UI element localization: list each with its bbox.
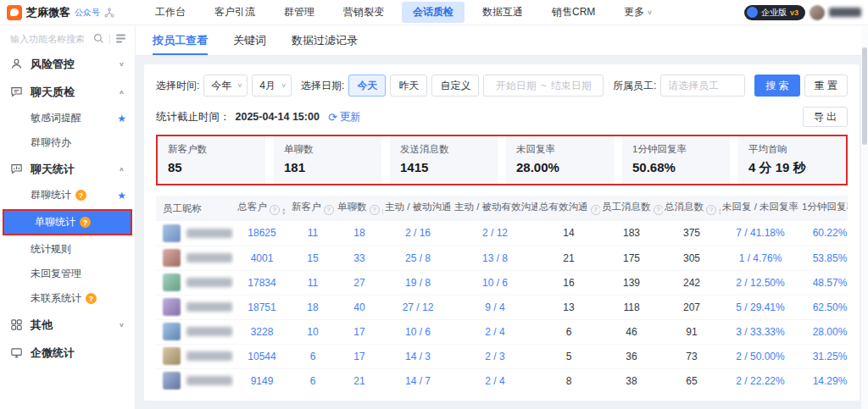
refresh-link[interactable]: ⟳ 更新 [328, 110, 361, 124]
data-cell[interactable]: 4001 [234, 246, 290, 270]
data-cell[interactable]: 3228 [234, 319, 290, 344]
column-header[interactable]: 主动 / 被动有效沟通?▲▼ [453, 196, 537, 221]
data-cell[interactable]: 6 [290, 368, 336, 390]
quick-date-button[interactable]: 昨天 [390, 75, 427, 97]
data-cell[interactable]: 60.22% [800, 221, 848, 246]
nav-item[interactable]: 更多∨ [613, 2, 664, 23]
data-cell[interactable]: 18625 [234, 221, 290, 246]
sort-icon[interactable]: ▲▼ [381, 207, 384, 216]
data-cell[interactable]: 2 / 22.22% [721, 368, 800, 390]
data-cell[interactable]: 14.29% [800, 368, 848, 390]
sidebar-item[interactable]: 群聊待办 [0, 130, 135, 155]
nav-item[interactable]: 会话质检 [402, 2, 465, 23]
sidebar-item[interactable]: 群聊统计?★ [0, 183, 135, 207]
month-select[interactable]: 4月∨ [252, 75, 292, 97]
search-button[interactable]: 搜 索 [754, 75, 799, 97]
quick-date-button[interactable]: 今天 [348, 75, 386, 97]
star-icon[interactable]: ★ [117, 190, 126, 202]
column-header[interactable]: 1分钟回复率?▲▼ [800, 196, 848, 221]
data-cell[interactable]: 19 / 8 [383, 270, 453, 295]
reset-button[interactable]: 重 置 [804, 75, 848, 97]
nav-item[interactable]: 数据互通 [471, 2, 534, 23]
data-cell[interactable]: 2 / 4 [453, 368, 537, 390]
data-cell[interactable]: 18751 [234, 295, 290, 319]
collapse-menu-icon[interactable] [115, 33, 126, 44]
data-cell[interactable]: 53.85% [800, 246, 848, 270]
data-cell[interactable]: 1 / 4.76% [721, 246, 800, 270]
data-cell[interactable]: 25 / 8 [383, 246, 453, 270]
data-cell[interactable]: 9 / 4 [453, 295, 537, 319]
data-cell[interactable]: 18 [290, 295, 336, 319]
date-range-input[interactable]: 开始日期 ~ 结束日期 [483, 75, 604, 97]
data-cell[interactable]: 2 / 16 [383, 221, 453, 246]
data-cell[interactable]: 14 / 7 [383, 368, 453, 390]
data-cell[interactable]: 31.25% [800, 344, 848, 368]
data-cell[interactable]: 17 [336, 319, 383, 344]
data-cell[interactable]: 6 [290, 344, 336, 368]
official-account-badge[interactable]: 公众号 [75, 7, 100, 19]
nav-item[interactable]: 群管理 [273, 2, 326, 23]
data-cell[interactable]: 18 [336, 221, 383, 246]
column-header[interactable]: 总有效沟通?▲▼ [537, 196, 600, 221]
data-cell[interactable]: 11 [290, 270, 336, 295]
column-header[interactable]: 单聊数?▲▼ [336, 196, 383, 221]
help-badge-icon[interactable]: ? [80, 217, 91, 228]
help-badge-icon[interactable]: ? [75, 190, 86, 201]
tab-item[interactable]: 数据过滤记录 [292, 25, 358, 55]
data-cell[interactable]: 2 / 3 [453, 344, 537, 368]
data-cell[interactable]: 17 [336, 344, 383, 368]
data-cell[interactable]: 5 / 29.41% [721, 295, 800, 319]
sidebar-group[interactable]: 企微统计 [0, 339, 135, 367]
column-header[interactable]: 未回复 / 未回复率?▲▼ [721, 196, 800, 221]
data-cell[interactable]: 2 / 12.50% [721, 270, 800, 295]
sidebar-group[interactable]: 聊天统计∧ [0, 155, 135, 183]
data-cell[interactable]: 17834 [234, 270, 290, 295]
data-cell[interactable]: 15 [290, 246, 336, 270]
data-cell[interactable]: 40 [336, 295, 383, 319]
help-badge-icon[interactable]: ? [86, 293, 97, 304]
year-select[interactable]: 今年∨ [203, 75, 248, 97]
data-cell[interactable]: 28.00% [800, 319, 848, 344]
plan-badge[interactable]: 企业版 v3 [744, 5, 805, 20]
avatar[interactable] [810, 5, 825, 20]
data-cell[interactable]: 48.57% [800, 270, 848, 295]
sort-icon[interactable]: ▲▼ [718, 207, 721, 216]
help-icon[interactable]: ? [370, 205, 380, 215]
org-switch-icon[interactable] [104, 8, 114, 18]
column-header[interactable]: 新客户?▲▼ [290, 196, 336, 221]
tab-item[interactable]: 按员工查看 [153, 25, 208, 55]
data-cell[interactable]: 27 [336, 270, 383, 295]
data-cell[interactable]: 14 / 3 [383, 344, 453, 368]
data-cell[interactable]: 3 / 33.33% [721, 319, 800, 344]
data-cell[interactable]: 2 / 50.00% [721, 344, 800, 368]
column-header[interactable]: 员工昵称 [156, 196, 234, 221]
data-cell[interactable]: 10 / 6 [453, 270, 537, 295]
sidebar-item[interactable]: 未联系统计? [0, 286, 135, 311]
sidebar-item[interactable]: 未回复管理 [0, 262, 135, 286]
data-cell[interactable]: 11 [290, 221, 336, 246]
nav-item[interactable]: 工作台 [144, 2, 197, 23]
search-input[interactable] [10, 34, 88, 44]
column-header[interactable]: 总消息数?▲▼ [663, 196, 721, 221]
sidebar-group[interactable]: 风险管控∨ [0, 50, 135, 78]
data-cell[interactable]: 62.50% [800, 295, 848, 319]
nav-item[interactable]: 销售CRM [541, 2, 606, 23]
data-cell[interactable]: 9149 [234, 368, 290, 390]
search-icon[interactable] [93, 33, 104, 44]
data-cell[interactable]: 10 [290, 319, 336, 344]
nav-item[interactable]: 营销裂变 [332, 2, 395, 23]
help-icon[interactable]: ? [324, 205, 334, 215]
data-cell[interactable]: 2 / 4 [453, 319, 537, 344]
column-header[interactable]: 员工消息数?▲▼ [600, 196, 663, 221]
export-button[interactable]: 导 出 [803, 107, 848, 127]
data-cell[interactable]: 27 / 12 [383, 295, 453, 319]
star-icon[interactable]: ★ [117, 113, 126, 124]
scrollbar-thumb[interactable] [862, 47, 867, 145]
data-cell[interactable]: 21 [336, 368, 383, 390]
help-icon[interactable]: ? [591, 205, 601, 215]
staff-select-input[interactable] [660, 75, 745, 97]
nav-item[interactable]: 客户引流 [203, 2, 266, 23]
sidebar-item[interactable]: 统计规则 [0, 237, 135, 262]
data-cell[interactable]: 33 [336, 246, 383, 270]
data-cell[interactable]: 10 / 6 [383, 319, 453, 344]
